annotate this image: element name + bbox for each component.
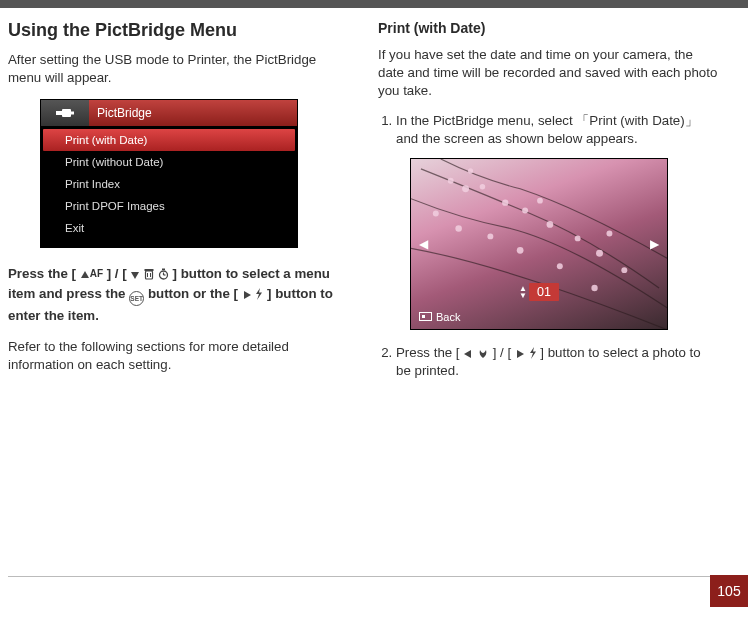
set-button-icon: SET [129, 291, 144, 306]
steps-list: In the PictBridge menu, select 「Print (w… [378, 112, 718, 148]
instr-text: ] / [ [107, 266, 127, 281]
back-label: Back [436, 311, 460, 323]
flash-icon [529, 347, 537, 359]
menu-title: PictBridge [89, 100, 297, 126]
step2-text: ] / [ [493, 345, 511, 360]
menu-body: Print (with Date) Print (without Date) P… [41, 126, 297, 247]
svg-point-18 [596, 249, 603, 256]
left-arrow-icon [463, 349, 473, 359]
usb-plug-icon [55, 107, 75, 119]
menu-item-exit[interactable]: Exit [41, 217, 297, 239]
svg-point-23 [517, 247, 524, 254]
right-intro: If you have set the date and time on you… [378, 46, 718, 100]
steps-list-2: Press the [ ] / [ ] button to select a p… [378, 344, 718, 380]
next-photo-arrow-icon[interactable]: ▶ [650, 237, 659, 251]
button-instruction: Press the [ AF ] / [ ] button to select … [8, 264, 348, 326]
trash-icon [144, 268, 154, 280]
menu-item-print-dpof[interactable]: Print DPOF Images [41, 195, 297, 217]
down-arrow-icon [130, 270, 140, 280]
pictbridge-menu-screenshot: PictBridge Print (with Date) Print (with… [40, 99, 298, 248]
left-column: Using the PictBridge Menu After setting … [8, 20, 348, 390]
instr-text: button or the [ [144, 286, 238, 301]
right-column: Print (with Date) If you have set the da… [378, 20, 718, 390]
top-bar [0, 0, 748, 8]
svg-point-24 [557, 263, 563, 269]
counter-up-down-icon[interactable]: ▲▼ [519, 285, 527, 299]
svg-rect-2 [71, 111, 74, 114]
svg-point-22 [487, 233, 493, 239]
svg-point-16 [547, 221, 554, 228]
svg-point-26 [468, 168, 473, 173]
refer-paragraph: Refer to the following sections for more… [8, 338, 348, 374]
counter-value: 01 [529, 283, 559, 301]
intro-paragraph: After setting the USB mode to Printer, t… [8, 51, 348, 87]
prev-photo-arrow-icon[interactable]: ◀ [419, 237, 428, 251]
menu-item-print-without-date[interactable]: Print (without Date) [41, 151, 297, 173]
right-arrow-icon [242, 290, 252, 300]
menu-header: PictBridge [41, 100, 297, 126]
blossom-branches [411, 159, 667, 330]
subsection-title: Print (with Date) [378, 20, 718, 36]
back-button[interactable]: Back [419, 311, 460, 323]
footer-divider [8, 576, 726, 577]
flash-icon [255, 288, 263, 300]
svg-rect-3 [146, 271, 153, 279]
svg-rect-4 [145, 269, 154, 271]
up-arrow-icon [80, 270, 90, 280]
step-1: In the PictBridge menu, select 「Print (w… [396, 112, 718, 148]
svg-point-17 [575, 235, 581, 241]
photo-preview-screenshot: ◀ ▶ ▲▼ 01 Back [410, 158, 668, 330]
svg-rect-1 [62, 109, 71, 117]
instr-text: Press the [ [8, 266, 76, 281]
page-number: 105 [710, 575, 748, 607]
menu-tab-icon-box [41, 100, 89, 126]
svg-point-15 [522, 207, 528, 213]
svg-point-25 [591, 284, 597, 290]
macro-icon [477, 347, 489, 359]
svg-point-28 [606, 230, 612, 236]
menu-item-print-index[interactable]: Print Index [41, 173, 297, 195]
svg-rect-10 [162, 268, 165, 270]
back-icon [419, 312, 432, 321]
svg-point-21 [455, 225, 462, 232]
svg-point-12 [462, 185, 469, 192]
timer-icon [158, 268, 169, 280]
svg-point-19 [621, 267, 627, 273]
svg-point-11 [448, 178, 454, 184]
svg-point-13 [480, 184, 486, 190]
section-title: Using the PictBridge Menu [8, 20, 348, 41]
page-content: Using the PictBridge Menu After setting … [0, 8, 748, 390]
right-arrow-icon [515, 349, 525, 359]
step-2: Press the [ ] / [ ] button to select a p… [396, 344, 718, 380]
svg-point-20 [433, 210, 439, 216]
copy-counter: ▲▼ 01 [519, 283, 559, 301]
step2-text: Press the [ [396, 345, 460, 360]
svg-point-14 [502, 199, 508, 205]
af-label: AF [90, 268, 103, 279]
svg-rect-0 [56, 111, 62, 115]
menu-item-print-with-date[interactable]: Print (with Date) [43, 129, 295, 151]
svg-point-27 [537, 197, 543, 203]
